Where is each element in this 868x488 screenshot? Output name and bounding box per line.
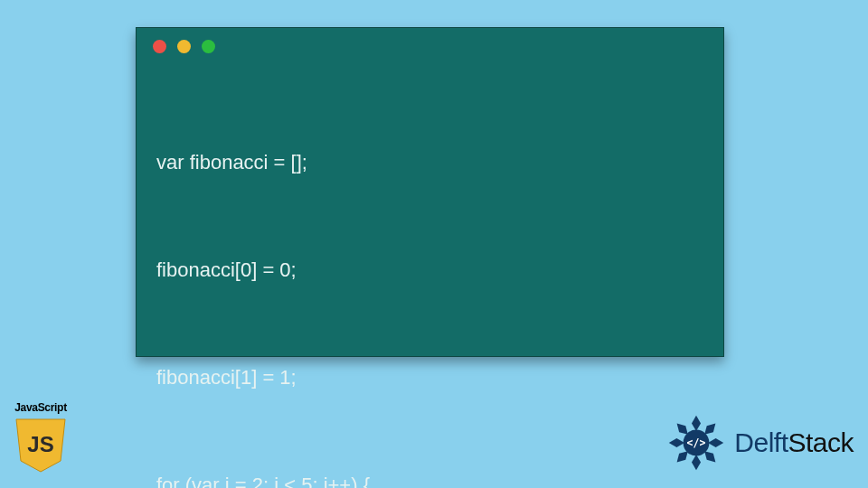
minimize-icon xyxy=(177,40,191,53)
svg-marker-4 xyxy=(692,455,701,470)
javascript-badge: JavaScript JS xyxy=(9,401,72,477)
delft-logo-glyph: </> xyxy=(687,436,706,449)
maximize-icon xyxy=(202,40,215,53)
javascript-label: JavaScript xyxy=(9,401,72,414)
delftstack-brand: </> DelftStack xyxy=(664,410,854,475)
code-body: var fibonacci = []; fibonacci[0] = 0; fi… xyxy=(137,64,723,488)
close-icon xyxy=(153,40,166,53)
window-titlebar xyxy=(137,28,723,64)
code-line: for (var i = 2; i < 5; i++) { xyxy=(156,467,703,488)
code-line: fibonacci[0] = 0; xyxy=(156,252,703,288)
delftstack-text: DelftStack xyxy=(734,427,854,458)
code-card: var fibonacci = []; fibonacci[0] = 0; fi… xyxy=(136,27,724,357)
javascript-shield-icon: JS xyxy=(14,418,67,474)
brand-part1: Delft xyxy=(734,427,788,457)
code-line: fibonacci[1] = 1; xyxy=(156,360,703,396)
js-shield-text: JS xyxy=(27,432,53,456)
brand-part2: Stack xyxy=(788,427,854,457)
delftstack-logo-icon: </> xyxy=(664,410,729,475)
svg-marker-6 xyxy=(669,438,684,447)
code-line: var fibonacci = []; xyxy=(156,145,703,181)
svg-marker-0 xyxy=(692,416,701,431)
svg-marker-2 xyxy=(708,438,723,447)
